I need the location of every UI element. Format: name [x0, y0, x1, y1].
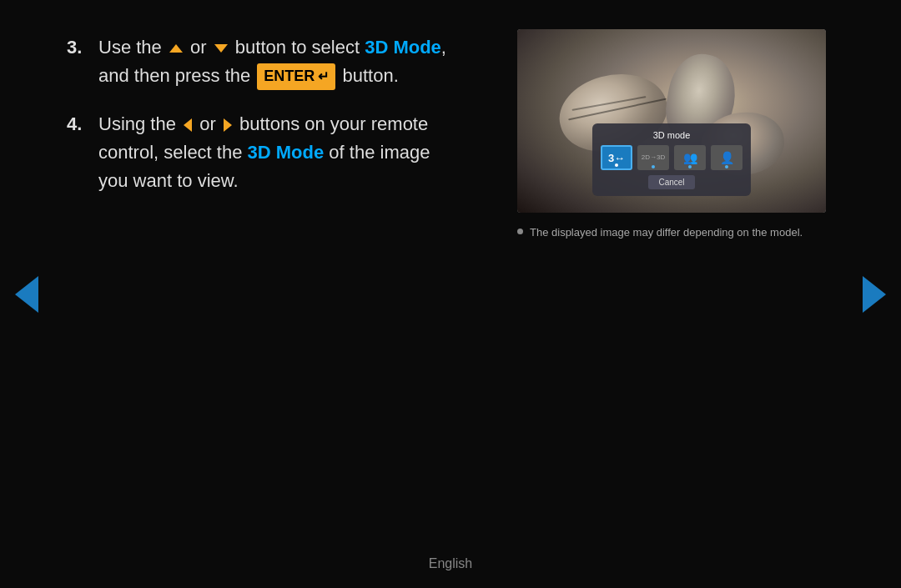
language-label: English: [429, 556, 472, 571]
step-3: 3. Use the or button to select 3D Mode, …: [67, 33, 484, 90]
arrow-down-icon: [214, 44, 228, 53]
mode-icon-tb-label: 👤: [720, 151, 734, 164]
mode-icon-tb[interactable]: 👤: [711, 145, 742, 170]
tv-screenshot: 3D mode 3↔ 2D→3D: [517, 29, 826, 213]
image-section: 3D mode 3↔ 2D→3D: [517, 25, 834, 538]
arrow-right-icon: [224, 118, 232, 132]
step-4: 4. Using the or buttons on your remote c…: [67, 110, 484, 195]
3d-mode-highlight-1: 3D Mode: [365, 37, 441, 58]
overlay-icons: 3↔ 2D→3D 👥: [601, 145, 742, 170]
text-section: 3. Use the or button to select 3D Mode, …: [67, 25, 484, 538]
mode-icon-sbs[interactable]: 👥: [674, 145, 706, 170]
overlay-title: 3D mode: [601, 130, 742, 140]
dot-4: [725, 165, 728, 168]
mode-icon-off-label: 3↔: [608, 152, 625, 164]
active-dot: [615, 163, 618, 167]
arrow-up-icon: [169, 44, 183, 53]
main-content: 3. Use the or button to select 3D Mode, …: [0, 0, 901, 588]
3d-mode-overlay: 3D mode 3↔ 2D→3D: [592, 123, 751, 196]
note-section: The displayed image may differ depending…: [517, 224, 834, 241]
note-text: The displayed image may differ depending…: [530, 224, 803, 241]
next-arrow-button[interactable]: [863, 276, 886, 313]
mode-icon-2dto3d[interactable]: 2D→3D: [637, 145, 669, 170]
mode-icon-off[interactable]: 3↔: [601, 145, 632, 170]
mode-icon-sbs-label: 👥: [683, 151, 697, 164]
3d-mode-highlight-2: 3D Mode: [248, 142, 325, 163]
cancel-button[interactable]: Cancel: [648, 175, 694, 189]
stones-background: 3D mode 3↔ 2D→3D: [517, 29, 826, 213]
note-bullet: [517, 229, 523, 234]
dot-2: [652, 165, 655, 168]
step-3-text: Use the or button to select 3D Mode, and…: [98, 33, 446, 90]
prev-arrow-button[interactable]: [15, 276, 38, 313]
dot-3: [688, 165, 692, 168]
step-4-text: Using the or buttons on your remote cont…: [98, 110, 430, 195]
enter-button-label: ENTER ↵: [257, 63, 335, 90]
enter-icon: ↵: [318, 67, 329, 88]
step-4-number: 4.: [67, 110, 92, 138]
arrow-left-icon: [184, 118, 192, 132]
step-3-number: 3.: [67, 33, 92, 61]
mode-icon-2dto3d-label: 2D→3D: [642, 154, 665, 161]
